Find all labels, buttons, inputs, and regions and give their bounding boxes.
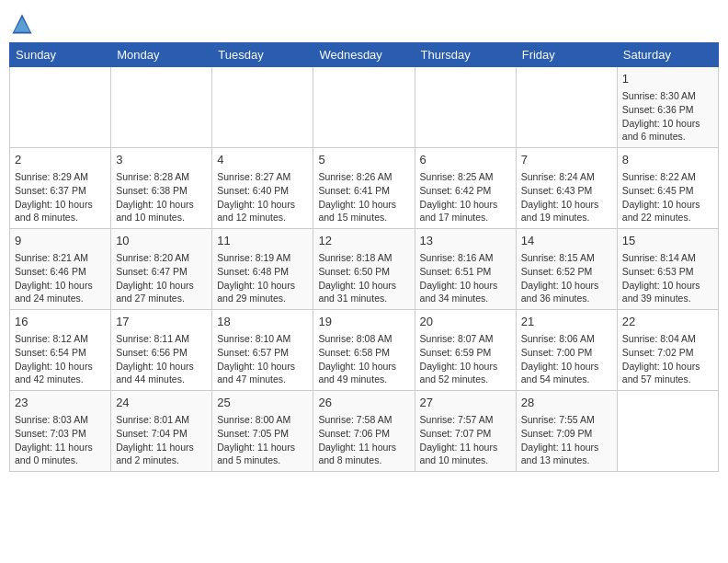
day-info: Sunset: 7:07 PM — [420, 427, 511, 441]
calendar-cell: 7Sunrise: 8:24 AMSunset: 6:43 PMDaylight… — [516, 148, 617, 229]
day-info: Daylight: 10 hours and 39 minutes. — [622, 279, 713, 305]
day-number: 3 — [116, 152, 207, 168]
day-info: Daylight: 10 hours and 17 minutes. — [420, 198, 511, 224]
day-info: Daylight: 10 hours and 34 minutes. — [420, 279, 511, 305]
weekday-header-monday: Monday — [111, 43, 212, 67]
calendar-cell: 22Sunrise: 8:04 AMSunset: 7:02 PMDayligh… — [617, 310, 718, 391]
day-info: Sunset: 6:45 PM — [622, 184, 713, 198]
day-info: Sunset: 6:41 PM — [318, 184, 409, 198]
day-info: Sunrise: 8:18 AM — [318, 251, 409, 265]
weekday-header-tuesday: Tuesday — [212, 43, 313, 67]
day-number: 20 — [420, 314, 511, 330]
day-info: Daylight: 10 hours and 12 minutes. — [217, 198, 308, 224]
calendar-cell: 10Sunrise: 8:20 AMSunset: 6:47 PMDayligh… — [111, 229, 212, 310]
day-info: Daylight: 10 hours and 24 minutes. — [15, 279, 106, 305]
day-info: Sunrise: 8:07 AM — [420, 332, 511, 346]
day-info: Sunrise: 8:03 AM — [15, 413, 106, 427]
calendar-cell: 13Sunrise: 8:16 AMSunset: 6:51 PMDayligh… — [415, 229, 516, 310]
day-number: 2 — [15, 152, 106, 168]
calendar-cell: 16Sunrise: 8:12 AMSunset: 6:54 PMDayligh… — [10, 310, 111, 391]
calendar-cell — [212, 67, 313, 148]
day-info: Sunset: 6:37 PM — [15, 184, 106, 198]
logo — [9, 9, 39, 37]
day-info: Sunrise: 8:29 AM — [15, 170, 106, 184]
calendar-cell — [313, 67, 415, 148]
day-number: 13 — [420, 233, 511, 249]
calendar-cell: 1Sunrise: 8:30 AMSunset: 6:36 PMDaylight… — [617, 67, 718, 148]
day-info: Daylight: 10 hours and 36 minutes. — [521, 279, 612, 305]
day-info: Sunrise: 7:57 AM — [420, 413, 511, 427]
weekday-header-friday: Friday — [516, 43, 617, 67]
day-info: Sunrise: 8:12 AM — [15, 332, 106, 346]
day-number: 7 — [521, 152, 612, 168]
day-info: Daylight: 10 hours and 6 minutes. — [622, 117, 713, 144]
day-info: Sunrise: 8:16 AM — [420, 251, 511, 265]
day-info: Daylight: 10 hours and 54 minutes. — [521, 360, 612, 386]
day-info: Sunset: 6:47 PM — [116, 265, 207, 279]
calendar-cell: 21Sunrise: 8:06 AMSunset: 7:00 PMDayligh… — [516, 310, 617, 391]
calendar-cell: 27Sunrise: 7:57 AMSunset: 7:07 PMDayligh… — [415, 391, 516, 472]
day-info: Sunrise: 7:58 AM — [318, 413, 409, 427]
day-info: Sunrise: 8:30 AM — [622, 89, 713, 103]
day-number: 9 — [15, 233, 106, 249]
calendar-cell — [415, 67, 516, 148]
calendar-cell — [516, 67, 617, 148]
day-info: Sunset: 6:50 PM — [318, 265, 409, 279]
day-info: Sunrise: 8:08 AM — [318, 332, 409, 346]
day-number: 22 — [622, 314, 713, 330]
calendar-cell: 11Sunrise: 8:19 AMSunset: 6:48 PMDayligh… — [212, 229, 313, 310]
day-info: Daylight: 10 hours and 29 minutes. — [217, 279, 308, 305]
svg-marker-1 — [14, 17, 30, 32]
calendar-cell: 12Sunrise: 8:18 AMSunset: 6:50 PMDayligh… — [313, 229, 415, 310]
weekday-header-saturday: Saturday — [617, 43, 718, 67]
page-header — [9, 9, 719, 37]
day-info: Sunrise: 8:10 AM — [217, 332, 308, 346]
day-number: 8 — [622, 152, 713, 168]
day-number: 19 — [318, 314, 409, 330]
calendar-cell: 20Sunrise: 8:07 AMSunset: 6:59 PMDayligh… — [415, 310, 516, 391]
day-info: Sunrise: 8:28 AM — [116, 170, 207, 184]
day-info: Sunset: 7:02 PM — [622, 346, 713, 360]
day-info: Sunrise: 8:04 AM — [622, 332, 713, 346]
day-info: Daylight: 10 hours and 31 minutes. — [318, 279, 409, 305]
day-info: Sunset: 6:54 PM — [15, 346, 106, 360]
calendar-cell: 3Sunrise: 8:28 AMSunset: 6:38 PMDaylight… — [111, 148, 212, 229]
day-info: Daylight: 11 hours and 2 minutes. — [116, 441, 207, 467]
day-info: Daylight: 10 hours and 47 minutes. — [217, 360, 308, 386]
day-number: 4 — [217, 152, 308, 168]
day-number: 28 — [521, 395, 612, 411]
day-info: Daylight: 11 hours and 10 minutes. — [420, 441, 511, 467]
calendar-cell — [111, 67, 212, 148]
calendar-cell: 2Sunrise: 8:29 AMSunset: 6:37 PMDaylight… — [10, 148, 111, 229]
day-info: Sunset: 6:42 PM — [420, 184, 511, 198]
day-info: Sunrise: 8:01 AM — [116, 413, 207, 427]
day-info: Sunset: 6:36 PM — [622, 103, 713, 117]
day-info: Daylight: 10 hours and 15 minutes. — [318, 198, 409, 224]
calendar-cell: 23Sunrise: 8:03 AMSunset: 7:03 PMDayligh… — [10, 391, 111, 472]
day-info: Sunrise: 8:19 AM — [217, 251, 308, 265]
logo-icon — [9, 11, 35, 37]
day-number: 10 — [116, 233, 207, 249]
day-number: 21 — [521, 314, 612, 330]
calendar-cell: 19Sunrise: 8:08 AMSunset: 6:58 PMDayligh… — [313, 310, 415, 391]
day-info: Daylight: 10 hours and 19 minutes. — [521, 198, 612, 224]
day-info: Daylight: 10 hours and 8 minutes. — [15, 198, 106, 224]
calendar-cell: 14Sunrise: 8:15 AMSunset: 6:52 PMDayligh… — [516, 229, 617, 310]
day-info: Sunrise: 8:25 AM — [420, 170, 511, 184]
calendar-table: SundayMondayTuesdayWednesdayThursdayFrid… — [9, 42, 719, 472]
day-number: 24 — [116, 395, 207, 411]
day-info: Daylight: 11 hours and 5 minutes. — [217, 441, 308, 467]
day-info: Daylight: 10 hours and 52 minutes. — [420, 360, 511, 386]
day-info: Sunrise: 8:27 AM — [217, 170, 308, 184]
day-number: 25 — [217, 395, 308, 411]
day-info: Daylight: 10 hours and 22 minutes. — [622, 198, 713, 224]
day-info: Sunset: 6:57 PM — [217, 346, 308, 360]
day-info: Sunrise: 7:55 AM — [521, 413, 612, 427]
day-info: Sunrise: 8:06 AM — [521, 332, 612, 346]
day-info: Sunrise: 8:14 AM — [622, 251, 713, 265]
weekday-header-wednesday: Wednesday — [313, 43, 415, 67]
day-info: Daylight: 10 hours and 49 minutes. — [318, 360, 409, 386]
day-number: 18 — [217, 314, 308, 330]
calendar-cell — [617, 391, 718, 472]
day-info: Sunrise: 8:11 AM — [116, 332, 207, 346]
